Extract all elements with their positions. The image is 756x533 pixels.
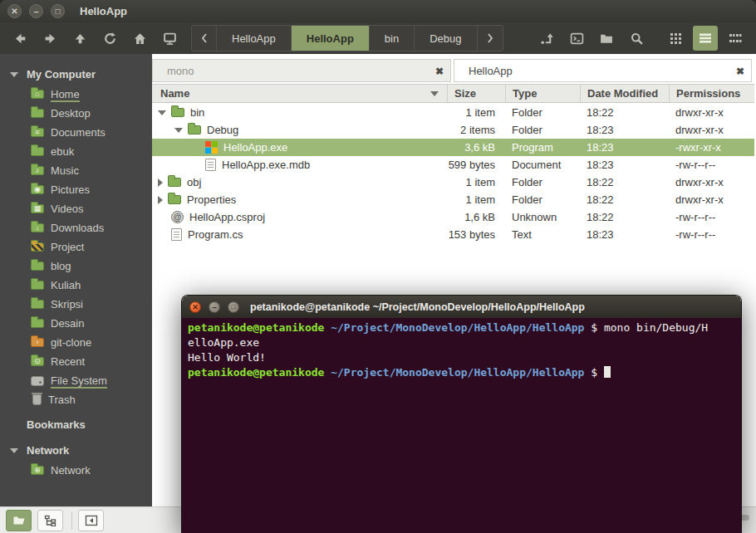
table-row-helloapp-exe-mdb[interactable]: HelloApp.exe.mdb 599 bytes Document 18:2… bbox=[152, 156, 754, 174]
sidebar-item-git-clone[interactable]: › git-clone bbox=[0, 333, 152, 352]
sidebar-item-home[interactable]: ⌂ Home bbox=[0, 85, 152, 104]
sidebar-section-my-computer[interactable]: My Computer bbox=[0, 64, 152, 85]
sidebar-item-project[interactable]: Project bbox=[0, 237, 152, 257]
breadcrumb-segment[interactable]: bin bbox=[370, 26, 415, 51]
sidebar-item-music[interactable]: ♪ Music bbox=[0, 161, 152, 180]
sidebar-item-ebuk[interactable]: ebuk bbox=[0, 142, 152, 161]
sidebar-item-skripsi[interactable]: Skripsi bbox=[0, 295, 152, 314]
forward-button[interactable] bbox=[40, 28, 60, 48]
refresh-button[interactable] bbox=[100, 28, 120, 48]
places-sidebar: My Computer ⌂ Home Desktop ≡ Documents e… bbox=[0, 54, 152, 506]
minimize-button[interactable] bbox=[29, 4, 43, 18]
column-header-name[interactable]: Name bbox=[152, 85, 447, 102]
breadcrumb-scroll-right[interactable] bbox=[478, 26, 503, 51]
sidebar-item-network[interactable]: ⊕ Network bbox=[0, 461, 152, 480]
breadcrumb-segment[interactable]: HelloApp bbox=[217, 26, 292, 51]
clear-filter-icon[interactable] bbox=[729, 65, 751, 77]
home-button[interactable] bbox=[130, 28, 150, 48]
sidebar-item-trash[interactable]: Trash bbox=[0, 390, 152, 409]
location-entry-button[interactable] bbox=[537, 28, 557, 48]
filter-box[interactable]: mono bbox=[152, 59, 451, 82]
terminal-icon bbox=[570, 32, 584, 46]
icon-view-button[interactable] bbox=[663, 26, 688, 51]
terminal-output[interactable]: petanikode@petanikode ~/Project/MonoDeve… bbox=[182, 318, 741, 533]
table-row-helloapp-exe[interactable]: HelloApp.exe 3,6 kB Program 18:23 -rwxr-… bbox=[152, 139, 754, 156]
windows-program-icon bbox=[205, 141, 218, 154]
terminal-minimize-button[interactable] bbox=[209, 301, 220, 313]
folder-icon bbox=[31, 281, 44, 290]
list-view-button[interactable] bbox=[693, 26, 718, 51]
pictures-folder-icon: ◉ bbox=[31, 185, 44, 194]
command-text: elloApp.exe bbox=[188, 336, 259, 349]
directory-tree-icon bbox=[44, 515, 57, 526]
clear-filter-icon[interactable] bbox=[429, 65, 450, 77]
open-terminal-button[interactable] bbox=[567, 28, 587, 48]
directory-tree-pane-button[interactable] bbox=[37, 510, 63, 531]
list-view-icon bbox=[699, 32, 712, 44]
column-header-date-modified[interactable]: Date Modified bbox=[580, 85, 669, 102]
toolbar: HelloApp HelloApp bin Debug bbox=[0, 22, 756, 54]
breadcrumb-segment[interactable]: Debug bbox=[415, 26, 477, 51]
sort-arrow-icon bbox=[430, 91, 439, 96]
hide-side-pane-button[interactable] bbox=[78, 510, 104, 531]
sidebar-item-blog[interactable]: blog bbox=[0, 257, 152, 276]
sidebar-section-network[interactable]: Network bbox=[0, 440, 152, 461]
expander-icon[interactable] bbox=[174, 128, 183, 133]
sidebar-section-bookmarks[interactable]: Bookmarks bbox=[0, 414, 152, 435]
sidebar-item-videos[interactable]: ▦ Videos bbox=[0, 199, 152, 218]
sidebar-item-documents[interactable]: ≡ Documents bbox=[0, 123, 152, 142]
column-header-size[interactable]: Size bbox=[447, 85, 505, 102]
prompt-user: petanikode@petanikode bbox=[188, 366, 324, 379]
column-header-permissions[interactable]: Permissions bbox=[669, 85, 754, 102]
back-button[interactable] bbox=[10, 28, 30, 48]
downloads-folder-icon: ↓ bbox=[31, 223, 44, 232]
maximize-button[interactable] bbox=[51, 4, 65, 18]
terminal-title: petanikode@petanikode ~/Project/MonoDeve… bbox=[250, 301, 585, 313]
folder-button[interactable] bbox=[596, 28, 616, 48]
table-row-properties[interactable]: Properties 1 item Folder 18:22 drwxr-xr-… bbox=[152, 191, 754, 208]
table-row-program-cs[interactable]: Program.cs 153 bytes Text 18:23 -rw-r--r… bbox=[152, 226, 754, 243]
music-folder-icon: ♪ bbox=[31, 166, 44, 175]
table-row-obj[interactable]: obj 1 item Folder 18:22 drwxr-xr-x bbox=[152, 174, 754, 191]
up-button[interactable] bbox=[70, 28, 90, 48]
breadcrumb-scroll-left[interactable] bbox=[192, 26, 217, 51]
expander-icon[interactable] bbox=[158, 196, 163, 204]
icon-view-icon bbox=[670, 32, 682, 45]
path-filter-box[interactable]: HelloApp bbox=[454, 59, 752, 82]
back-icon bbox=[13, 32, 27, 46]
compact-view-button[interactable] bbox=[723, 26, 748, 51]
file-manager-window: HelloApp HelloApp HelloApp bin Debu bbox=[0, 0, 756, 533]
close-button[interactable] bbox=[7, 4, 22, 18]
sidebar-item-desktop[interactable]: Desktop bbox=[0, 104, 152, 123]
expander-icon[interactable] bbox=[158, 110, 166, 115]
places-pane-button[interactable] bbox=[6, 510, 32, 531]
column-header-type[interactable]: Type bbox=[505, 85, 580, 102]
folder-icon bbox=[31, 147, 44, 156]
sidebar-item-desain[interactable]: Desain bbox=[0, 314, 152, 333]
terminal-maximize-button[interactable] bbox=[228, 301, 239, 313]
terminal-close-button[interactable] bbox=[189, 301, 201, 313]
table-row-helloapp-csproj[interactable]: HelloApp.csproj 1,6 kB Unknown 18:22 -rw… bbox=[152, 208, 754, 226]
project-folder-icon bbox=[31, 242, 44, 252]
sidebar-item-recent[interactable]: ⊙ Recent bbox=[0, 352, 152, 371]
desktop-button[interactable] bbox=[160, 28, 179, 48]
breadcrumb-segment-active[interactable]: HelloApp bbox=[292, 26, 370, 51]
recent-folder-icon: ⊙ bbox=[31, 357, 44, 366]
sidebar-item-pictures[interactable]: ◉ Pictures bbox=[0, 180, 152, 199]
terminal-titlebar: petanikode@petanikode ~/Project/MonoDeve… bbox=[182, 296, 741, 318]
search-button[interactable] bbox=[626, 28, 646, 48]
sidebar-item-downloads[interactable]: ↓ Downloads bbox=[0, 218, 152, 237]
table-row-bin[interactable]: bin 1 item Folder 18:22 drwxr-xr-x bbox=[152, 104, 754, 121]
filter-input[interactable]: mono bbox=[167, 65, 429, 77]
path-filter-input[interactable]: HelloApp bbox=[469, 65, 729, 77]
statusbar-separator bbox=[71, 511, 72, 530]
folder-icon bbox=[31, 262, 44, 271]
table-header: Name Size Type Date Modified Permissions bbox=[152, 84, 754, 103]
expander-icon[interactable] bbox=[158, 178, 163, 187]
table-row-debug[interactable]: Debug 2 items Folder 18:23 drwxr-xr-x bbox=[152, 121, 754, 139]
sidebar-item-kuliah[interactable]: Kuliah bbox=[0, 276, 152, 295]
location-entry-icon bbox=[540, 32, 554, 46]
sidebar-item-file-system[interactable]: File System bbox=[0, 371, 152, 390]
trash-icon bbox=[32, 394, 42, 405]
folder-icon bbox=[31, 109, 44, 118]
